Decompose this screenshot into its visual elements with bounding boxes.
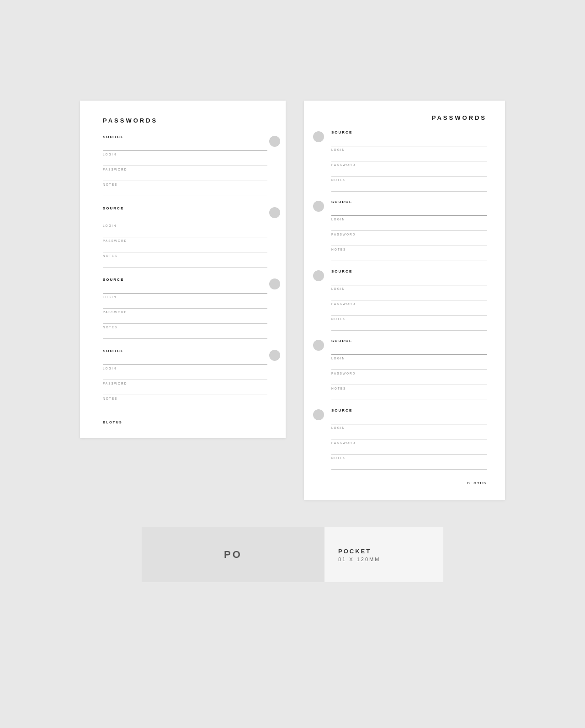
right-notes-label-1: NOTES — [331, 178, 487, 182]
right-password-field-4: PASSWORD — [331, 372, 487, 385]
right-notes-field-4: NOTES — [331, 387, 487, 400]
login-field-1: LOGIN — [103, 153, 267, 166]
right-circle-1 — [313, 131, 324, 142]
bottom-left-label: PO — [224, 549, 242, 561]
right-password-field-2: PASSWORD — [331, 233, 487, 246]
right-login-line-5 — [331, 430, 487, 439]
right-notes-field-3: NOTES — [331, 317, 487, 331]
right-login-line-4 — [331, 361, 487, 370]
right-login-field-2: LOGIN — [331, 218, 487, 231]
right-password-label-5: PASSWORD — [331, 441, 487, 444]
notes-line-1 — [103, 187, 267, 196]
right-login-line-1 — [331, 152, 487, 161]
left-card-title: PASSWORDS — [103, 117, 267, 124]
login-line-4 — [103, 371, 267, 380]
right-notes-line-5 — [331, 460, 487, 470]
right-circle-5 — [313, 409, 324, 420]
right-login-line-2 — [331, 222, 487, 231]
right-login-field-4: LOGIN — [331, 357, 487, 370]
entry-circle-2 — [269, 207, 280, 218]
bottom-right-title: POCKET — [338, 548, 443, 555]
right-login-label-1: LOGIN — [331, 148, 487, 151]
right-notes-line-3 — [331, 321, 487, 331]
entry-circle-4 — [269, 350, 280, 361]
password-field-4: PASSWORD — [103, 382, 267, 395]
password-label-4: PASSWORD — [103, 382, 267, 385]
right-source-line-2 — [331, 206, 487, 216]
right-source-label-3: SOURCE — [331, 269, 487, 273]
password-field-2: PASSWORD — [103, 239, 267, 252]
right-notes-label-5: NOTES — [331, 456, 487, 460]
right-card-title: PASSWORDS — [331, 114, 487, 121]
right-notes-field-2: NOTES — [331, 248, 487, 261]
right-branding: BLOTUS — [467, 481, 487, 485]
bottom-section: PO POCKET 81 X 120MM — [0, 527, 585, 582]
right-entry-block-4: SOURCE LOGIN PASSWORD NOTES — [331, 339, 487, 400]
cards-row: PASSWORDS SOURCE LOGIN PASSWORD NOTES — [0, 101, 585, 500]
notes-label-3: NOTES — [103, 326, 267, 329]
right-password-label-4: PASSWORD — [331, 372, 487, 375]
right-password-line-3 — [331, 306, 487, 316]
login-label-3: LOGIN — [103, 295, 267, 299]
right-password-label-1: PASSWORD — [331, 163, 487, 166]
source-label-4: SOURCE — [103, 349, 267, 353]
right-source-label-2: SOURCE — [331, 200, 487, 204]
right-notes-line-4 — [331, 391, 487, 400]
password-field-3: PASSWORD — [103, 310, 267, 324]
right-password-line-4 — [331, 376, 487, 385]
entry-block-2: SOURCE LOGIN PASSWORD NOTES — [103, 206, 267, 268]
entry-circle-3 — [269, 278, 280, 289]
source-label-2: SOURCE — [103, 206, 267, 210]
login-label-1: LOGIN — [103, 153, 267, 156]
source-line-4 — [103, 355, 267, 365]
right-source-line-4 — [331, 345, 487, 355]
right-entry-block-2: SOURCE LOGIN PASSWORD NOTES — [331, 200, 487, 261]
login-line-2 — [103, 228, 267, 237]
right-notes-line-2 — [331, 252, 487, 261]
right-login-field-3: LOGIN — [331, 287, 487, 300]
source-label-1: SOURCE — [103, 135, 267, 139]
right-source-line-5 — [331, 414, 487, 424]
notes-label-1: NOTES — [103, 183, 267, 186]
page-container: PASSWORDS SOURCE LOGIN PASSWORD NOTES — [0, 0, 585, 728]
entry-circle-1 — [269, 136, 280, 147]
login-label-4: LOGIN — [103, 367, 267, 370]
right-notes-line-1 — [331, 182, 487, 192]
notes-line-2 — [103, 258, 267, 268]
login-line-3 — [103, 300, 267, 309]
entry-block-3: SOURCE LOGIN PASSWORD NOTES — [103, 278, 267, 339]
notes-label-2: NOTES — [103, 254, 267, 257]
right-entry-block-1: SOURCE LOGIN PASSWORD NOTES — [331, 130, 487, 192]
source-label-3: SOURCE — [103, 278, 267, 282]
password-line-3 — [103, 315, 267, 324]
right-login-label-3: LOGIN — [331, 287, 487, 290]
right-password-line-5 — [331, 445, 487, 455]
right-circle-4 — [313, 340, 324, 351]
notes-field-3: NOTES — [103, 326, 267, 339]
right-notes-label-3: NOTES — [331, 317, 487, 321]
right-source-line-3 — [331, 275, 487, 285]
password-line-4 — [103, 386, 267, 395]
right-login-line-3 — [331, 291, 487, 300]
password-line-1 — [103, 172, 267, 181]
entry-block-1: SOURCE LOGIN PASSWORD NOTES — [103, 135, 267, 196]
login-field-2: LOGIN — [103, 224, 267, 237]
password-label-2: PASSWORD — [103, 239, 267, 242]
login-line-1 — [103, 157, 267, 166]
right-login-label-4: LOGIN — [331, 357, 487, 360]
right-login-label-2: LOGIN — [331, 218, 487, 221]
notes-field-2: NOTES — [103, 254, 267, 268]
password-field-1: PASSWORD — [103, 168, 267, 181]
right-notes-field-1: NOTES — [331, 178, 487, 192]
right-password-line-2 — [331, 237, 487, 246]
right-notes-label-4: NOTES — [331, 387, 487, 390]
right-login-label-5: LOGIN — [331, 426, 487, 429]
right-password-card: PASSWORDS SOURCE LOGIN PASSWORD NOTES — [304, 101, 505, 500]
password-label-1: PASSWORD — [103, 168, 267, 171]
left-branding: BLOTUS — [103, 420, 267, 424]
right-source-label-1: SOURCE — [331, 130, 487, 134]
source-line-3 — [103, 284, 267, 294]
password-label-3: PASSWORD — [103, 310, 267, 314]
right-password-label-2: PASSWORD — [331, 233, 487, 236]
bottom-left-block: PO — [142, 527, 324, 582]
